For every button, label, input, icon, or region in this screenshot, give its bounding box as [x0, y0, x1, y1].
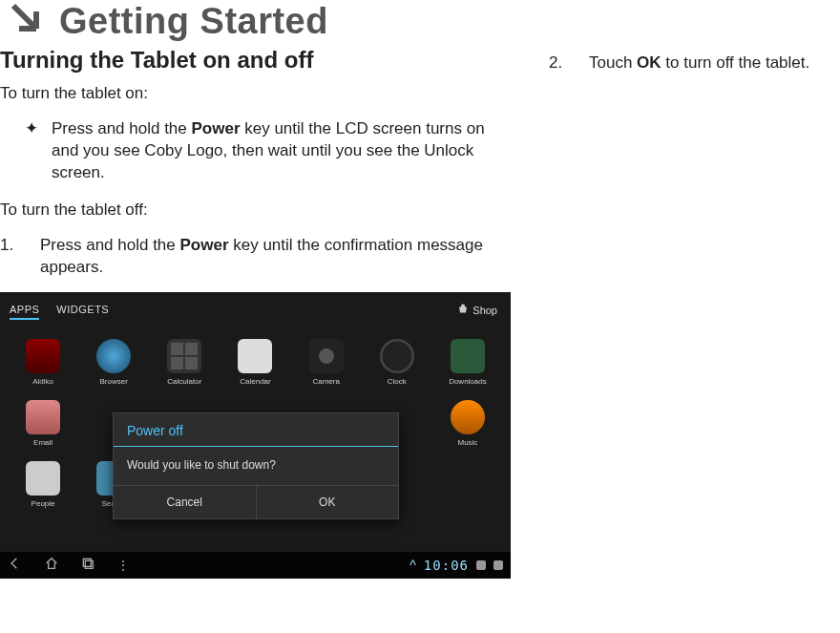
signal-icon	[476, 560, 486, 570]
step-1-text: Press and hold the Power key until the c…	[40, 235, 511, 279]
plus-bullet-icon: ✦	[25, 118, 38, 184]
nav-bar: ⋮ ^ 10:06	[0, 552, 511, 579]
bullet-on-text: Press and hold the Power key until the L…	[52, 118, 511, 184]
cancel-button[interactable]: Cancel	[114, 486, 257, 518]
clock: 10:06	[424, 558, 469, 573]
svg-rect-0	[83, 559, 91, 566]
ok-button[interactable]: OK	[257, 486, 399, 518]
step-2-number: 2.	[549, 53, 572, 74]
dialog-message: Would you like to shut down?	[114, 447, 398, 485]
step-2: 2. Touch OK to turn off the tablet.	[549, 53, 840, 74]
bullet-on: ✦ Press and hold the Power key until the…	[25, 118, 511, 184]
step-1: 1. Press and hold the Power key until th…	[0, 235, 511, 279]
step-2-text: Touch OK to turn off the tablet.	[589, 53, 809, 74]
home-icon[interactable]	[44, 556, 59, 574]
menu-icon[interactable]: ⋮	[116, 558, 130, 573]
left-column: Turning the Tablet on and off To turn th…	[0, 47, 511, 579]
tablet-screenshot: APPS WIDGETS Shop Aldiko Browser Calcula…	[0, 292, 511, 579]
app-camera[interactable]: Camera	[291, 332, 362, 393]
intro-on: To turn the tablet on:	[0, 83, 511, 105]
dialog-title: Power off	[114, 413, 398, 447]
screenshot-tabs: APPS WIDGETS	[10, 304, 109, 320]
back-icon[interactable]	[8, 556, 23, 574]
power-off-dialog: Power off Would you like to shut down? C…	[113, 412, 399, 519]
app-clock[interactable]: Clock	[362, 332, 432, 393]
battery-icon	[494, 560, 503, 570]
step-1-number: 1.	[0, 235, 23, 279]
app-calendar[interactable]: Calendar	[220, 332, 290, 393]
caret-up-icon[interactable]: ^	[410, 558, 416, 573]
app-downloads[interactable]: Downloads	[432, 332, 503, 393]
dialog-buttons: Cancel OK	[114, 485, 398, 518]
shop-link[interactable]: Shop	[457, 304, 497, 317]
tab-apps[interactable]: APPS	[10, 304, 39, 320]
chapter-header: Getting Started	[0, 0, 840, 47]
right-column: 2. Touch OK to turn off the tablet.	[549, 47, 840, 579]
app-calculator[interactable]: Calculator	[149, 332, 220, 393]
app-people[interactable]: People	[8, 454, 78, 516]
section-title: Turning the Tablet on and off	[0, 47, 511, 74]
svg-rect-1	[85, 560, 93, 568]
app-browser[interactable]: Browser	[78, 332, 149, 393]
arrow-down-right-icon	[8, 0, 42, 43]
app-music[interactable]: Music	[432, 393, 503, 454]
recents-icon[interactable]	[80, 556, 95, 574]
nav-right: ^ 10:06	[410, 558, 503, 573]
nav-left: ⋮	[8, 556, 130, 574]
tab-widgets[interactable]: WIDGETS	[56, 304, 109, 320]
intro-off: To turn the tablet off:	[0, 200, 511, 222]
chapter-title: Getting Started	[59, 1, 328, 42]
app-placeholder-3-7	[432, 454, 503, 516]
app-email[interactable]: Email	[8, 393, 78, 454]
app-aldiko[interactable]: Aldiko	[8, 332, 78, 393]
shop-icon	[457, 304, 469, 317]
